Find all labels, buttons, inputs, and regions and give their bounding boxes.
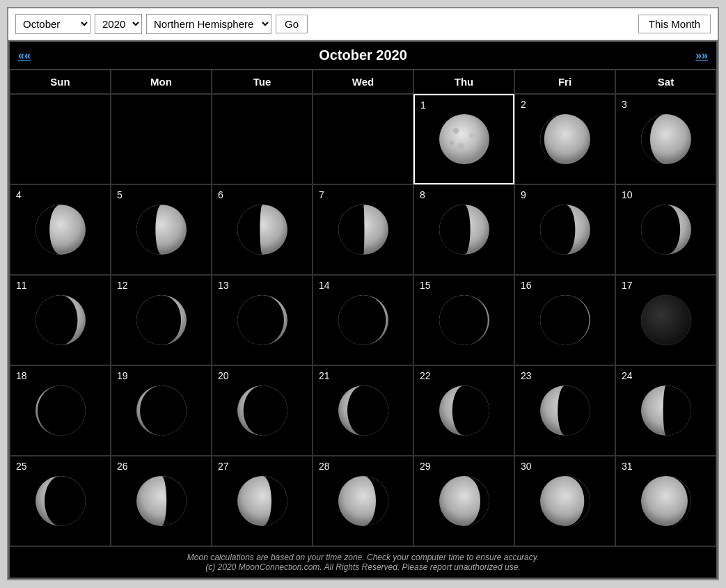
day-header-wed: Wed [313,70,413,94]
day-cell-21[interactable]: 21 [313,365,413,456]
page-wrapper: JanuaryFebruaryMarchAprilMayJuneJulyAugu… [7,7,719,580]
day-cell-23[interactable]: 23 [514,365,615,456]
day-cell-5[interactable]: 5 [111,184,212,275]
year-select[interactable]: 2020 [95,14,142,34]
moon-phase-third_quarter_plus [313,185,413,274]
go-button[interactable]: Go [276,15,308,33]
calendar-container: «« October 2020 »» SunMonTueWedThuFriSat… [8,40,718,579]
day-cell-3[interactable]: 3 [615,94,716,184]
calendar-title: October 2020 [31,47,695,63]
day-number: 16 [521,280,532,291]
day-cell-7[interactable]: 7 [313,184,413,275]
moon-phase-empty [313,95,413,184]
day-cell-empty [212,94,313,184]
day-cell-empty [111,94,212,184]
day-number: 7 [319,189,324,200]
moon-phase-waning_crescent_1 [515,185,615,274]
day-header-sat: Sat [615,70,716,94]
day-cell-empty [10,94,111,184]
day-number: 8 [420,189,425,200]
moon-phase-empty [111,95,211,184]
top-bar: JanuaryFebruaryMarchAprilMayJuneJulyAugu… [8,8,718,40]
day-header-tue: Tue [212,70,313,94]
day-cell-19[interactable]: 19 [111,365,212,456]
day-number: 3 [622,99,627,110]
day-number: 12 [117,280,128,291]
svg-point-2 [469,134,473,138]
day-number: 9 [521,189,526,200]
next-month-arrow[interactable]: »» [695,49,708,62]
day-number: 17 [622,280,633,291]
day-cell-20[interactable]: 20 [212,365,313,456]
day-cell-6[interactable]: 6 [212,184,313,275]
day-number: 24 [622,370,633,381]
day-cell-13[interactable]: 13 [212,275,313,365]
day-number: 22 [420,370,431,381]
day-number: 14 [319,280,330,291]
moon-phase-empty [10,95,110,184]
moon-phase-waning_gibbous_3 [10,185,110,274]
day-number: 29 [420,461,431,472]
day-cell-4[interactable]: 4 [10,184,111,275]
this-month-button[interactable]: This Month [638,15,711,33]
day-number: 4 [16,189,22,200]
day-number: 26 [117,461,128,472]
moon-phase-empty [212,95,312,184]
day-cell-9[interactable]: 9 [514,184,615,275]
footer-line1: Moon calculations are based on your time… [187,553,539,562]
svg-point-1 [453,128,459,134]
day-cell-12[interactable]: 12 [111,275,212,365]
hemisphere-select[interactable]: Northern HemisphereSouthern Hemisphere [146,14,271,34]
day-number: 1 [420,100,426,111]
calendar-footer: Moon calculations are based on your time… [10,546,716,578]
day-cell-14[interactable]: 14 [313,275,413,365]
day-cell-17[interactable]: 17 [615,275,716,365]
day-number: 30 [521,461,532,472]
day-number: 6 [218,189,223,200]
day-number: 25 [16,461,27,472]
day-cell-24[interactable]: 24 [615,365,716,456]
day-cell-1[interactable]: 1 [413,94,514,184]
calendar-grid: SunMonTueWedThuFriSat1 2 [10,70,716,546]
day-cell-26[interactable]: 26 [111,456,212,546]
day-cell-28[interactable]: 28 [313,456,413,546]
month-select[interactable]: JanuaryFebruaryMarchAprilMayJuneJulyAugu… [15,14,90,34]
day-number: 18 [16,370,27,381]
moon-phase-waning_gibbous_5 [212,185,312,274]
day-cell-8[interactable]: 8 [413,184,514,275]
day-number: 15 [420,280,431,291]
day-number: 27 [218,461,229,472]
day-number: 23 [521,370,532,381]
day-cell-16[interactable]: 16 [514,275,615,365]
footer-line2: (c) 2020 MoonConnection.com. All Rights … [205,562,520,572]
day-number: 13 [218,280,229,291]
day-cell-27[interactable]: 27 [212,456,313,546]
day-number: 31 [622,461,633,472]
day-cell-25[interactable]: 25 [10,456,111,546]
svg-point-35 [641,295,691,345]
svg-point-0 [439,114,489,164]
day-number: 21 [319,370,330,381]
day-number: 11 [16,280,27,291]
day-cell-29[interactable]: 29 [413,456,514,546]
day-cell-15[interactable]: 15 [413,275,514,365]
calendar-header: «« October 2020 »» [10,42,716,70]
day-cell-18[interactable]: 18 [10,365,111,456]
day-number: 28 [319,461,330,472]
moon-phase-waning_gibbous_1 [515,95,615,184]
day-header-thu: Thu [413,70,514,94]
day-header-sun: Sun [10,70,111,94]
day-cell-30[interactable]: 30 [514,456,615,546]
day-cell-10[interactable]: 10 [615,184,716,275]
day-cell-11[interactable]: 11 [10,275,111,365]
day-number: 2 [521,99,526,110]
day-cell-22[interactable]: 22 [413,365,514,456]
day-cell-2[interactable]: 2 [514,94,615,184]
moon-phase-full [415,95,513,183]
prev-month-arrow[interactable]: «« [18,49,31,62]
day-header-fri: Fri [514,70,615,94]
moon-phase-third_quarter [414,185,514,274]
day-number: 5 [117,189,123,200]
day-cell-31[interactable]: 31 [615,456,716,546]
svg-point-4 [450,141,454,145]
